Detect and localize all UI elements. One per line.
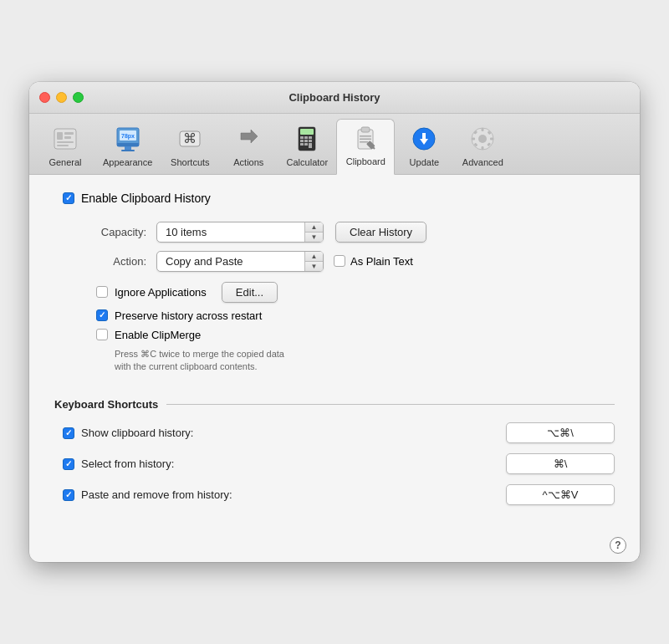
- svg-rect-22: [300, 143, 304, 146]
- clear-history-button[interactable]: Clear History: [335, 222, 426, 243]
- traffic-lights: [39, 92, 84, 103]
- svg-rect-16: [300, 136, 304, 139]
- preserve-history-label: Preserve history across restart: [115, 309, 262, 322]
- keyboard-shortcuts-title: Keyboard Shortcuts: [54, 398, 158, 411]
- shortcut-show-history: Show clipboard history: ⌥⌘\: [63, 422, 615, 443]
- svg-rect-37: [472, 137, 475, 140]
- enable-row: Enable Clipboard History: [63, 192, 615, 205]
- svg-rect-36: [482, 146, 484, 150]
- toolbar: General 78px Appearance ⌘: [29, 114, 640, 175]
- paste-remove-key[interactable]: ^⌥⌘V: [506, 484, 615, 505]
- paste-remove-label: Paste and remove from history:: [81, 488, 232, 501]
- plain-text-checkbox[interactable]: [334, 255, 345, 267]
- checkboxes-section: Ignore Applications Edit... Preserve his…: [79, 279, 615, 384]
- shortcut-show-history-label-group: Show clipboard history:: [63, 427, 506, 439]
- tab-advanced-label: Advanced: [462, 157, 503, 167]
- tab-advanced[interactable]: Advanced: [453, 119, 512, 174]
- svg-rect-1: [57, 132, 63, 140]
- minimize-button[interactable]: [56, 92, 67, 103]
- divider-line: [166, 404, 615, 405]
- capacity-select[interactable]: 5 items 10 items 20 items 50 items 100 i…: [156, 222, 324, 243]
- select-history-label: Select from history:: [81, 457, 174, 470]
- svg-text:78px: 78px: [121, 133, 135, 140]
- svg-point-34: [478, 135, 487, 143]
- action-up-arrow[interactable]: ▲: [305, 252, 323, 262]
- capacity-label: Capacity:: [79, 226, 146, 238]
- svg-rect-7: [117, 143, 139, 146]
- preserve-history-checkbox[interactable]: [96, 309, 108, 321]
- svg-rect-28: [360, 138, 371, 140]
- shortcut-paste-remove: Paste and remove from history: ^⌥⌘V: [63, 484, 615, 505]
- calculator-icon: [292, 124, 322, 154]
- tab-appearance[interactable]: 78px Appearance: [94, 119, 161, 174]
- tab-update-label: Update: [410, 157, 439, 167]
- capacity-spinner[interactable]: ▲ ▼: [304, 222, 323, 242]
- tab-shortcuts[interactable]: ⌘ Shortcuts: [161, 119, 219, 174]
- svg-rect-26: [361, 127, 370, 132]
- action-down-arrow[interactable]: ▼: [305, 262, 323, 271]
- clipboard-icon: [350, 123, 380, 153]
- clipmerge-hint: Press ⌘C twice to merge the copied dataw…: [115, 348, 399, 374]
- maximize-button[interactable]: [73, 92, 84, 103]
- tab-actions[interactable]: Actions: [219, 119, 278, 174]
- shortcuts-icon: ⌘: [175, 124, 205, 154]
- clipmerge-label: Enable ClipMerge: [115, 329, 201, 341]
- capacity-up-arrow[interactable]: ▲: [305, 222, 323, 233]
- shortcut-select-history-label-group: Select from history:: [63, 457, 506, 470]
- capacity-select-wrapper: 5 items 10 items 20 items 50 items 100 i…: [156, 222, 324, 243]
- bottom-bar: ?: [29, 532, 640, 562]
- svg-rect-20: [304, 140, 308, 142]
- svg-rect-8: [125, 146, 131, 150]
- select-history-checkbox[interactable]: [63, 458, 74, 470]
- edit-button[interactable]: Edit...: [222, 282, 278, 303]
- tab-update[interactable]: Update: [395, 119, 453, 174]
- plain-text-row: As Plain Text: [334, 255, 413, 268]
- action-label: Action:: [79, 255, 146, 268]
- tab-general-label: General: [49, 157, 81, 167]
- shortcut-select-history: Select from history: ⌘\: [63, 453, 615, 474]
- main-content: Enable Clipboard History Capacity: 5 ite…: [29, 175, 640, 533]
- general-icon: [50, 124, 80, 154]
- show-history-checkbox[interactable]: [63, 427, 74, 439]
- tab-clipboard-label: Clipboard: [346, 156, 386, 166]
- close-button[interactable]: [39, 92, 50, 103]
- svg-rect-27: [360, 135, 371, 137]
- update-icon: [409, 124, 439, 154]
- preserve-history-row: Preserve history across restart: [96, 309, 615, 322]
- svg-rect-3: [64, 136, 71, 139]
- ignore-apps-row: Ignore Applications Edit...: [96, 282, 615, 303]
- show-history-key[interactable]: ⌥⌘\: [506, 422, 615, 443]
- svg-rect-9: [121, 150, 135, 151]
- svg-text:⌘: ⌘: [183, 131, 197, 146]
- svg-rect-15: [300, 129, 314, 135]
- plain-text-label: As Plain Text: [350, 255, 413, 268]
- svg-rect-23: [304, 143, 308, 146]
- capacity-down-arrow[interactable]: ▼: [305, 233, 323, 242]
- help-button[interactable]: ?: [610, 537, 626, 554]
- tab-calculator-label: Calculator: [287, 157, 329, 167]
- tab-clipboard[interactable]: Clipboard: [336, 119, 395, 175]
- ignore-apps-checkbox[interactable]: [96, 286, 108, 298]
- svg-rect-35: [482, 128, 484, 131]
- capacity-row: Capacity: 5 items 10 items 20 items 50 i…: [79, 222, 615, 243]
- tab-calculator[interactable]: Calculator: [278, 119, 336, 174]
- svg-rect-18: [309, 136, 312, 139]
- select-history-key[interactable]: ⌘\: [506, 453, 615, 474]
- action-row: Action: Copy and Paste Copy only Paste o…: [79, 251, 615, 272]
- actions-icon: [233, 124, 263, 154]
- enable-clipboard-checkbox[interactable]: [63, 192, 74, 204]
- action-select[interactable]: Copy and Paste Copy only Paste only: [156, 251, 324, 272]
- svg-rect-17: [304, 136, 308, 139]
- tab-general[interactable]: General: [36, 119, 94, 174]
- keyboard-shortcuts-divider: Keyboard Shortcuts: [54, 398, 615, 411]
- paste-remove-checkbox[interactable]: [63, 489, 74, 501]
- clipmerge-checkbox[interactable]: [96, 329, 108, 340]
- appearance-icon: 78px: [113, 124, 143, 154]
- titlebar: Clipboard History: [29, 82, 640, 114]
- show-history-label: Show clipboard history:: [81, 427, 193, 439]
- svg-rect-19: [300, 140, 304, 142]
- svg-rect-38: [490, 137, 493, 140]
- svg-rect-5: [57, 145, 69, 146]
- action-spinner[interactable]: ▲ ▼: [304, 252, 323, 271]
- tab-appearance-label: Appearance: [103, 157, 152, 167]
